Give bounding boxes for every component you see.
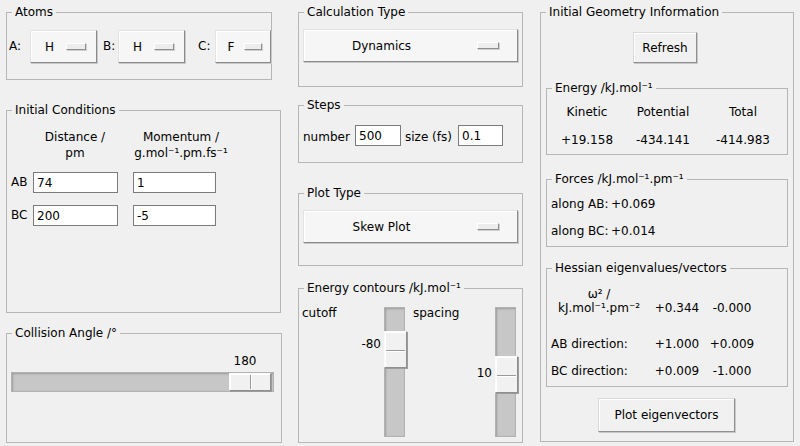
atom-c-value: F <box>228 40 235 54</box>
dropdown-indicator-icon <box>154 43 174 50</box>
energy-potential-value: -434.141 <box>627 133 699 147</box>
bc-direction-label: BC direction: <box>551 364 628 378</box>
atom-b-label: B: <box>103 39 115 53</box>
plot-type-dropdown[interactable]: Skew Plot <box>303 210 518 243</box>
atom-a-dropdown[interactable]: H <box>30 30 97 63</box>
momentum-column-header: Momentum / g.mol⁻¹.pm.fs⁻¹ <box>125 129 237 161</box>
force-ab-value: +0.069 <box>611 197 655 211</box>
refresh-button[interactable]: Refresh <box>633 32 697 63</box>
plot-type-group: Plot Type Skew Plot <box>298 193 523 266</box>
initial-geometry-title: Initial Geometry Information <box>546 5 722 19</box>
atom-a-value: H <box>45 40 54 54</box>
energy-header-potential: Potential <box>627 105 699 119</box>
bc-direction-value-1: +0.009 <box>651 364 703 378</box>
slider-handle[interactable] <box>384 331 407 368</box>
cutoff-slider[interactable] <box>384 307 405 437</box>
bc-direction-value-2: -1.000 <box>707 364 757 378</box>
energy-header-kinetic: Kinetic <box>547 105 627 119</box>
steps-number-input[interactable] <box>355 125 401 146</box>
force-bc-value: +0.014 <box>611 224 655 238</box>
energy-group: Energy /kJ.mol⁻¹ KineticPotentialTotal +… <box>546 88 788 155</box>
energy-contours-group: Energy contours /kJ.mol⁻¹ cutoff spacing… <box>298 288 523 443</box>
spacing-label: spacing <box>413 306 459 320</box>
cutoff-label: cutoff <box>302 306 337 320</box>
spacing-value: 10 <box>462 366 492 380</box>
steps-group: Steps number size (fs) <box>298 105 523 163</box>
omega-value-2: -0.000 <box>707 301 757 315</box>
spacing-slider[interactable] <box>495 307 516 437</box>
hessian-title: Hessian eigenvalues/vectors <box>552 261 730 275</box>
dropdown-indicator-icon <box>66 43 86 50</box>
slider-handle[interactable] <box>495 356 518 393</box>
ab-momentum-input[interactable] <box>133 172 216 193</box>
energy-header-row: KineticPotentialTotal <box>547 105 789 119</box>
steps-number-label: number <box>303 130 350 144</box>
ab-direction-label: AB direction: <box>551 337 628 351</box>
plot-type-title: Plot Type <box>304 186 364 200</box>
slider-handle-ridge <box>250 375 251 389</box>
bc-momentum-input[interactable] <box>133 205 216 226</box>
dropdown-indicator-icon <box>244 43 262 50</box>
energy-kinetic-value: +19.158 <box>547 133 627 147</box>
bc-distance-input[interactable] <box>33 205 118 226</box>
atom-c-label: C: <box>198 39 210 53</box>
omega-value-1: +0.344 <box>651 301 703 315</box>
distance-column-header: Distance / pm <box>21 129 129 161</box>
dropdown-indicator-icon <box>477 223 499 230</box>
initial-conditions-group: Initial Conditions Distance / pm Momentu… <box>6 110 281 313</box>
atom-c-dropdown[interactable]: F <box>215 30 271 63</box>
atoms-group-title: Atoms <box>12 5 56 19</box>
energy-title: Energy /kJ.mol⁻¹ <box>552 81 656 95</box>
energy-contours-title: Energy contours /kJ.mol⁻¹ <box>304 281 464 295</box>
calculation-type-value: Dynamics <box>352 39 411 53</box>
calculation-type-dropdown[interactable]: Dynamics <box>303 29 518 62</box>
atom-a-label: A: <box>9 39 21 53</box>
slider-handle-ridge <box>497 375 516 376</box>
forces-group: Forces /kJ.mol⁻¹.pm⁻¹ along AB: +0.069 a… <box>546 179 788 247</box>
row-ab-label: AB <box>11 175 27 189</box>
force-bc-label: along BC: <box>551 224 609 238</box>
energy-total-value: -414.983 <box>699 133 787 147</box>
collision-angle-slider[interactable] <box>11 372 274 392</box>
plot-type-value: Skew Plot <box>353 220 411 234</box>
force-ab-label: along AB: <box>551 197 609 211</box>
slider-handle-ridge <box>386 350 405 351</box>
initial-conditions-title: Initial Conditions <box>12 103 119 117</box>
steps-title: Steps <box>304 98 344 112</box>
collision-angle-value: 180 <box>222 354 268 368</box>
slider-handle[interactable] <box>229 373 271 391</box>
plot-eigenvectors-button[interactable]: Plot eigenvectors <box>598 398 735 432</box>
ab-direction-value-1: +1.000 <box>651 337 703 351</box>
collision-angle-group: Collision Angle /° 180 <box>6 333 282 443</box>
dropdown-indicator-icon <box>477 42 499 49</box>
forces-title: Forces /kJ.mol⁻¹.pm⁻¹ <box>552 172 687 186</box>
steps-size-label: size (fs) <box>405 130 452 144</box>
atoms-group: Atoms A: H B: H C: F <box>6 12 272 80</box>
energy-values-row: +19.158-434.141-414.983 <box>547 133 789 147</box>
ab-distance-input[interactable] <box>33 172 118 193</box>
atom-b-value: H <box>133 40 142 54</box>
calculation-type-group: Calculation Type Dynamics <box>298 12 523 87</box>
energy-header-total: Total <box>699 105 787 119</box>
initial-geometry-group: Initial Geometry Information Refresh Ene… <box>540 12 794 442</box>
atom-b-dropdown[interactable]: H <box>118 30 185 63</box>
row-bc-label: BC <box>11 208 27 222</box>
collision-angle-title: Collision Angle /° <box>12 326 120 340</box>
calculation-type-title: Calculation Type <box>304 5 408 19</box>
ab-direction-value-2: +0.009 <box>707 337 757 351</box>
cutoff-value: -80 <box>341 337 381 351</box>
steps-size-input[interactable] <box>458 125 503 146</box>
omega-label: ω² / kJ.mol⁻¹.pm⁻² <box>549 287 649 315</box>
hessian-group: Hessian eigenvalues/vectors ω² / kJ.mol⁻… <box>546 268 788 387</box>
app-window: Atoms A: H B: H C: F Initial Conditions … <box>0 0 800 446</box>
